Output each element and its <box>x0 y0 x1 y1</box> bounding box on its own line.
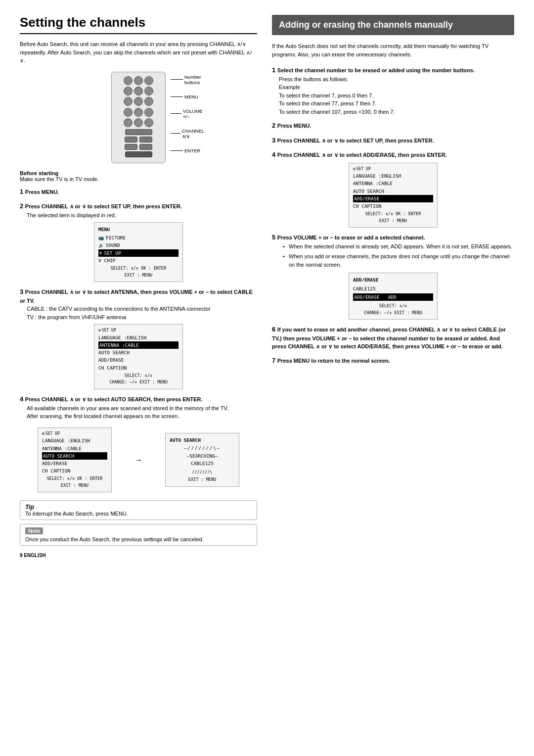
step-num-4: 4 <box>20 395 25 403</box>
tip-box: Tip To interrupt the Auto Search, press … <box>20 500 257 520</box>
right-step-5-title: Press VOLUME + or – to erase or add a se… <box>277 235 425 240</box>
left-step-3: 3 Press CHANNEL ∧ or ∨ to select ANTENNA… <box>20 287 257 389</box>
step-4-body: All available channels in your area are … <box>27 404 257 421</box>
menu-screen-3a: ⚙ SET UP LANGUAGE :ENGLISH ANTENNA :CABL… <box>38 427 112 493</box>
note-box: Note Once you conduct the Auto Search, t… <box>20 524 257 546</box>
right-step-1-body: Press the buttons as follows: Example To… <box>279 75 514 116</box>
vol-btn-minus <box>125 137 137 142</box>
right-step-num-1: 1 <box>272 66 277 74</box>
remote-btn-11 <box>134 108 143 117</box>
right-step-5-body: When the selected channel is already set… <box>279 242 514 269</box>
label-text: Numberbuttons <box>184 74 201 85</box>
label-menu: MENU <box>171 94 207 99</box>
remote-btn-2 <box>134 76 143 85</box>
step-3-body: CABLE : the CATV according to the connec… <box>27 305 257 321</box>
left-step-2: 2 Press CHANNEL ∧ or ∨ to select SET UP,… <box>20 201 257 282</box>
right-column: Adding or erasing the channels manually … <box>272 15 514 741</box>
left-column: Setting the channels Before Auto Search,… <box>20 15 257 741</box>
right-step-7-title: Press MENU to return to the normal scree… <box>277 358 390 364</box>
bullet-1: When the selected channel is already set… <box>289 242 514 251</box>
right-step-5: 5 Press VOLUME + or – to erase or add a … <box>272 233 514 320</box>
remote-btn-3 <box>144 76 153 85</box>
right-step-3: 3 Press CHANNEL ∧ or ∨ to select SET UP,… <box>272 136 514 145</box>
remote-btn-1 <box>124 76 133 85</box>
ch-btn-down <box>139 144 152 150</box>
right-intro: If the Auto Search does not set the chan… <box>272 42 514 58</box>
right-step-1: 1 Select the channel number to be erased… <box>272 65 514 116</box>
page-title: Setting the channels <box>20 15 257 34</box>
before-starting-text: Make sure the TV is in TV mode. <box>20 176 99 182</box>
step-num-3: 3 <box>20 288 25 295</box>
two-screens: ⚙ SET UP LANGUAGE :ENGLISH ANTENNA :CABL… <box>20 425 257 496</box>
label-text-menu: MENU <box>184 94 198 99</box>
note-text: Once you conduct the Auto Search, the pr… <box>25 536 204 542</box>
right-step-1-title: Select the channel number to be erased o… <box>277 67 475 73</box>
label-text-enter: ENTER <box>184 148 200 153</box>
vol-btn-plus <box>139 137 152 142</box>
right-step-2-title: Press MENU. <box>277 123 311 129</box>
remote-btn-12 <box>144 108 153 117</box>
menu-screen-cable: ADD/ERASE CABLE125 ADD/ERASE ADD SELECT:… <box>349 273 438 320</box>
menu-screen-3b: AUTO SEARCH –///////\– –SEARCHING– CABLE… <box>165 433 239 487</box>
label-number-buttons: Numberbuttons <box>171 74 207 85</box>
step-num-1: 1 <box>20 188 25 195</box>
before-starting-label: Before starting <box>20 170 58 176</box>
right-step-4: 4 Press CHANNEL ∧ or ∨ to select ADD/ERA… <box>272 150 514 228</box>
remote-btn-14 <box>134 118 143 127</box>
menu-screen-1: MENU 📺 PICTURE 🔊 SOUND ⚙ SET UP V CHIP S… <box>94 222 183 282</box>
english-label: 9 ENGLISH <box>20 553 257 558</box>
remote-btn-4 <box>124 87 133 95</box>
label-text-volume: VOLUME +/– <box>183 108 207 119</box>
remote-btn-15 <box>144 118 153 127</box>
step-2-title: Press CHANNEL ∧ or ∨ to select SET UP, t… <box>25 203 182 209</box>
label-volume: VOLUME +/– <box>171 108 207 119</box>
step-4-title: Press CHANNEL ∧ or ∨ to select AUTO SEAR… <box>25 396 203 402</box>
remote-btn-6 <box>144 87 153 95</box>
right-step-6: 6 If you want to erase or add another ch… <box>272 325 514 351</box>
left-step-1: 1 Press MENU. <box>20 187 257 197</box>
right-step-3-title: Press CHANNEL ∧ or ∨ to select SET UP, t… <box>277 138 434 143</box>
right-step-num-4: 4 <box>272 151 277 158</box>
remote-btn-10 <box>124 108 133 117</box>
before-starting: Before starting Make sure the TV is in T… <box>20 170 257 182</box>
right-step-num-5: 5 <box>272 234 277 241</box>
right-step-num-6: 6 <box>272 326 277 333</box>
step-3-title: Press CHANNEL ∧ or ∨ to select ANTENNA, … <box>20 289 253 304</box>
enter-btn <box>125 151 152 157</box>
remote-diagram: Numberbuttons MENU VOLUME +/– CHANNEL ∧/… <box>20 72 257 163</box>
remote-btn-9 <box>144 97 153 106</box>
menu-screen-2: ⚙ SET UP LANGUAGE :ENGLISH ANTENNA :CABL… <box>94 324 183 389</box>
ch-btn-up <box>125 144 137 150</box>
intro-text: Before Auto Search, this unit can receiv… <box>20 40 257 65</box>
note-label: Note <box>25 527 43 534</box>
step-num-2: 2 <box>20 202 25 210</box>
remote-btn-13 <box>124 118 133 127</box>
label-channel: CHANNEL ∧/∨ <box>171 128 207 139</box>
tip-label: Tip <box>25 504 34 511</box>
bullet-2: When you add or erase channels, the pict… <box>289 252 514 269</box>
right-step-num-2: 2 <box>272 122 277 129</box>
menu-btn <box>125 129 152 135</box>
section-header: Adding or erasing the channels manually <box>272 15 514 35</box>
remote-btn-7 <box>124 97 133 106</box>
menu-screen-adderase: ⚙ SET UP LANGUAGE :ENGLISH ANTENNA :CABL… <box>349 163 438 228</box>
remote-btn-5 <box>134 87 143 95</box>
arrow-right-icon: → <box>134 454 142 466</box>
tip-text: To interrupt the Auto Search, press MENU… <box>25 511 128 517</box>
label-text-channel: CHANNEL ∧/∨ <box>182 128 207 139</box>
left-step-4: 4 Press CHANNEL ∧ or ∨ to select AUTO SE… <box>20 394 257 495</box>
right-step-7: 7 Press MENU to return to the normal scr… <box>272 356 514 366</box>
step-1-title: Press MENU. <box>25 189 59 195</box>
right-step-4-title: Press CHANNEL ∧ or ∨ to select ADD/ERASE… <box>277 152 447 158</box>
right-step-2: 2 Press MENU. <box>272 121 514 131</box>
right-step-6-title: If you want to erase or add another chan… <box>272 327 506 349</box>
label-enter: ENTER <box>171 148 207 153</box>
step-2-body: The selected item is displayed in red. <box>27 211 257 220</box>
right-step-num-3: 3 <box>272 137 277 144</box>
remote-image <box>111 72 166 163</box>
remote-btn-8 <box>134 97 143 106</box>
right-step-num-7: 7 <box>272 357 277 364</box>
page: Setting the channels Before Auto Search,… <box>0 0 534 756</box>
